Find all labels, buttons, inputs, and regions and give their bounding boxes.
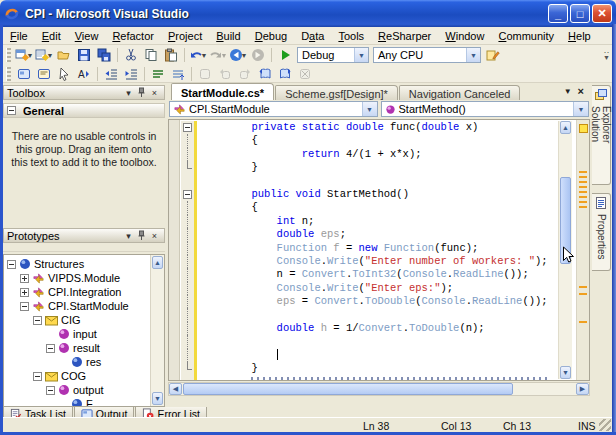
collapse-icon[interactable]: [46, 344, 55, 353]
menu-item-refactor[interactable]: Refactor: [105, 28, 161, 44]
indicator-margin[interactable]: [169, 120, 180, 380]
uncomment-selection-button[interactable]: [168, 65, 188, 83]
chevron-down-icon[interactable]: ▼: [362, 102, 377, 116]
menu-item-data[interactable]: Data: [294, 28, 331, 44]
menu-item-view[interactable]: View: [68, 28, 106, 44]
display-object-member-list-button[interactable]: [14, 65, 34, 83]
collapse-icon[interactable]: [7, 106, 16, 115]
find-in-files-button[interactable]: [483, 46, 503, 64]
collapse-icon[interactable]: [20, 302, 29, 311]
menu-item-edit[interactable]: Edit: [35, 28, 68, 44]
display-parameter-info-button[interactable]: [34, 65, 54, 83]
scroll-left-icon[interactable]: ◀: [169, 383, 182, 395]
change-marker[interactable]: [579, 201, 587, 203]
expand-icon[interactable]: [20, 288, 29, 297]
horizontal-scroll-thumb[interactable]: [183, 383, 513, 395]
code-editor[interactable]: private static double func(double x){ret…: [168, 119, 590, 381]
collapse-icon[interactable]: [33, 316, 42, 325]
change-marker[interactable]: [579, 196, 587, 198]
toolbox-group-general[interactable]: General: [3, 103, 165, 118]
tree-scroll-down-icon[interactable]: ▼: [152, 392, 163, 405]
tree-item-cog[interactable]: COG: [7, 369, 164, 383]
document-close-icon[interactable]: ×: [578, 85, 584, 97]
tree-item-res[interactable]: res: [7, 355, 164, 369]
tree-item-cpi-startmodule[interactable]: CPI.StartModule: [7, 299, 164, 313]
resize-grip[interactable]: [599, 419, 611, 431]
editor-horizontal-scrollbar[interactable]: ◀ ▶: [168, 382, 590, 396]
next-bookmark-in-folder-button[interactable]: [275, 65, 295, 83]
scroll-down-icon[interactable]: ▼: [560, 366, 571, 379]
menu-item-resharper[interactable]: ReSharper: [371, 28, 438, 44]
document-list-dropdown-icon[interactable]: ▼: [564, 87, 572, 96]
tree-item-cig[interactable]: CIG: [7, 313, 164, 327]
toolbox-pin-icon[interactable]: [135, 87, 148, 99]
menu-item-tools[interactable]: Tools: [331, 28, 371, 44]
tree-item-vipds-module[interactable]: VIPDS.Module: [7, 271, 164, 285]
prototypes-menu-icon[interactable]: ▾: [122, 230, 135, 242]
change-marker[interactable]: [579, 286, 587, 288]
resharper-status-indicator[interactable]: [579, 124, 588, 133]
previous-bookmark-in-folder-button[interactable]: [255, 65, 275, 83]
tree-item-result[interactable]: result: [7, 341, 164, 355]
chevron-down-icon[interactable]: ▼: [573, 102, 588, 116]
paste-button[interactable]: [161, 46, 181, 64]
chevron-down-icon[interactable]: ▼: [354, 48, 368, 62]
change-marker[interactable]: [579, 181, 587, 183]
document-tab-scheme-gsf-design[interactable]: Scheme.gsf[Design]*: [275, 85, 398, 100]
menu-item-debug[interactable]: Debug: [248, 28, 294, 44]
prototypes-tree[interactable]: StructuresVIPDS.ModuleCPI.IntegrationCPI…: [3, 254, 165, 407]
menu-item-community[interactable]: Community: [491, 28, 561, 44]
tree-item-input[interactable]: input: [7, 327, 164, 341]
increase-indent-button[interactable]: [121, 65, 141, 83]
chevron-down-icon[interactable]: ▼: [241, 52, 248, 59]
start-debugging-button[interactable]: [275, 46, 295, 64]
chevron-down-icon[interactable]: ▼: [466, 48, 480, 62]
tree-item-output[interactable]: output: [7, 383, 164, 397]
resharper-marker-bar[interactable]: [576, 120, 589, 380]
prototypes-close-icon[interactable]: ×: [148, 230, 161, 242]
solution-platforms-combo[interactable]: Any CPU▼: [373, 47, 481, 63]
minimize-button[interactable]: _: [548, 4, 568, 23]
change-marker[interactable]: [579, 206, 587, 208]
display-word-completion-button[interactable]: A: [74, 65, 94, 83]
change-marker[interactable]: [579, 321, 587, 323]
change-marker[interactable]: [579, 171, 587, 173]
toolbar-overflow-icon[interactable]: ··▼: [603, 50, 612, 60]
navigate-backward-button[interactable]: ▼: [228, 46, 248, 64]
save-button[interactable]: [74, 46, 94, 64]
open-file-button[interactable]: [54, 46, 74, 64]
decrease-indent-button[interactable]: [101, 65, 121, 83]
collapse-icon[interactable]: [46, 386, 55, 395]
fold-collapse-icon[interactable]: [183, 190, 192, 199]
change-marker[interactable]: [579, 186, 587, 188]
expand-icon[interactable]: [20, 274, 29, 283]
fold-collapse-icon[interactable]: [183, 123, 192, 132]
comment-selection-button[interactable]: [148, 65, 168, 83]
collapse-icon[interactable]: [33, 372, 42, 381]
menu-item-help[interactable]: Help: [561, 28, 598, 44]
chevron-down-icon[interactable]: ▼: [201, 52, 208, 59]
toolbox-menu-icon[interactable]: ▾: [122, 87, 135, 99]
types-combo[interactable]: CPI.StartModule ▼: [169, 101, 378, 117]
save-all-button[interactable]: [94, 46, 114, 64]
tree-item-f[interactable]: F: [7, 397, 164, 407]
document-tab-startmodule-cs[interactable]: StartModule.cs*: [171, 83, 274, 100]
close-button[interactable]: ✕: [592, 4, 612, 23]
copy-button[interactable]: [141, 46, 161, 64]
tab-solution-explorer[interactable]: Solution Explorer: [592, 85, 611, 185]
tree-scroll-up-icon[interactable]: ▲: [152, 256, 163, 269]
scroll-up-icon[interactable]: ▲: [560, 121, 571, 134]
menu-item-file[interactable]: File: [3, 28, 35, 44]
chevron-down-icon[interactable]: ▼: [27, 52, 34, 59]
change-marker[interactable]: [579, 191, 587, 193]
scroll-right-icon[interactable]: ▶: [576, 383, 589, 395]
change-marker[interactable]: [579, 293, 587, 295]
menu-item-build[interactable]: Build: [209, 28, 247, 44]
document-tab-navigation-canceled[interactable]: Navigation Canceled: [399, 85, 521, 100]
new-project-button[interactable]: ▼: [14, 46, 34, 64]
tab-properties[interactable]: Properties: [592, 193, 611, 271]
undo-button[interactable]: ▼: [188, 46, 208, 64]
menu-item-window[interactable]: Window: [438, 28, 491, 44]
members-combo[interactable]: StartMethod() ▼: [381, 101, 590, 117]
menu-item-project[interactable]: Project: [161, 28, 209, 44]
